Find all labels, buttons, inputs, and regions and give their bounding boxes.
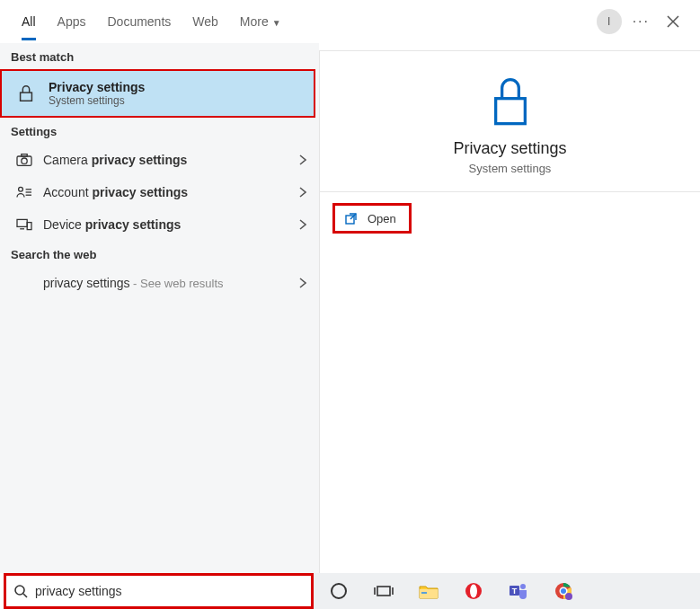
result-label: Device privacy settings bbox=[43, 217, 299, 232]
chevron-right-icon bbox=[299, 187, 306, 198]
web-result-label: privacy settings - See web results bbox=[43, 276, 299, 290]
tab-apps[interactable]: Apps bbox=[50, 4, 93, 40]
taskbar: T bbox=[314, 573, 700, 609]
tab-documents[interactable]: Documents bbox=[100, 4, 178, 40]
section-best-match: Best match bbox=[0, 43, 319, 69]
lock-icon bbox=[14, 84, 38, 103]
svg-point-29 bbox=[565, 593, 572, 600]
svg-rect-8 bbox=[17, 219, 27, 226]
tab-web[interactable]: Web bbox=[185, 4, 226, 40]
devices-icon bbox=[13, 217, 36, 232]
preview-panel: Privacy settings System settings Open bbox=[319, 50, 700, 573]
svg-point-13 bbox=[15, 586, 24, 595]
chevron-right-icon bbox=[299, 154, 306, 165]
search-input[interactable] bbox=[35, 584, 304, 598]
open-button[interactable]: Open bbox=[332, 203, 412, 234]
svg-rect-0 bbox=[21, 93, 32, 101]
chevron-right-icon bbox=[299, 278, 306, 288]
svg-point-4 bbox=[19, 187, 23, 191]
open-icon bbox=[344, 211, 359, 225]
user-avatar[interactable]: I bbox=[597, 9, 622, 34]
svg-point-22 bbox=[470, 585, 477, 598]
svg-line-14 bbox=[23, 594, 27, 597]
svg-rect-10 bbox=[27, 223, 31, 230]
svg-point-15 bbox=[332, 584, 346, 598]
svg-text:T: T bbox=[512, 587, 518, 596]
account-icon bbox=[13, 185, 36, 199]
svg-rect-20 bbox=[421, 592, 427, 594]
tab-more[interactable]: More▼ bbox=[233, 4, 288, 40]
main-area: Best match Privacy settings System setti… bbox=[0, 43, 700, 573]
svg-point-28 bbox=[561, 588, 566, 594]
taskbar-taskview-icon[interactable] bbox=[373, 580, 394, 602]
result-label: Camera privacy settings bbox=[43, 153, 299, 167]
svg-rect-16 bbox=[377, 587, 390, 596]
result-device-privacy[interactable]: Device privacy settings bbox=[0, 208, 319, 241]
camera-icon bbox=[13, 153, 36, 167]
more-options-button[interactable]: ··· bbox=[633, 13, 650, 30]
preview-subtitle: System settings bbox=[469, 162, 552, 175]
bottom-bar: T bbox=[0, 573, 700, 609]
svg-rect-11 bbox=[495, 99, 525, 124]
preview-title: Privacy settings bbox=[453, 139, 566, 158]
close-button[interactable] bbox=[660, 15, 686, 28]
result-account-privacy[interactable]: Account privacy settings bbox=[0, 176, 319, 208]
lock-icon bbox=[485, 73, 536, 128]
best-match-title: Privacy settings bbox=[49, 80, 145, 94]
svg-rect-3 bbox=[22, 154, 27, 156]
search-box[interactable] bbox=[4, 573, 314, 609]
taskbar-opera-icon[interactable] bbox=[463, 580, 484, 602]
top-right-controls: I ··· bbox=[597, 9, 693, 34]
search-icon bbox=[13, 584, 28, 598]
preview-header: Privacy settings System settings bbox=[320, 51, 700, 192]
tab-more-label: More bbox=[240, 14, 269, 29]
taskbar-teams-icon[interactable]: T bbox=[508, 580, 529, 602]
tab-all[interactable]: All bbox=[14, 4, 43, 40]
svg-point-2 bbox=[22, 158, 27, 163]
tabs: All Apps Documents Web More▼ bbox=[7, 4, 288, 40]
result-camera-privacy[interactable]: Camera privacy settings bbox=[0, 144, 319, 176]
results-panel: Best match Privacy settings System setti… bbox=[0, 43, 319, 573]
chevron-right-icon bbox=[299, 219, 306, 230]
taskbar-explorer-icon[interactable] bbox=[418, 580, 439, 602]
open-label: Open bbox=[368, 212, 396, 225]
section-search-web: Search the web bbox=[0, 241, 319, 267]
best-match-text: Privacy settings System settings bbox=[49, 80, 145, 107]
close-icon bbox=[667, 15, 679, 28]
taskbar-cortana-icon[interactable] bbox=[328, 580, 350, 602]
result-web-search[interactable]: privacy settings - See web results bbox=[0, 267, 319, 299]
best-match-subtitle: System settings bbox=[49, 94, 145, 107]
result-label: Account privacy settings bbox=[43, 185, 299, 199]
result-best-match[interactable]: Privacy settings System settings bbox=[0, 69, 315, 118]
section-settings: Settings bbox=[0, 118, 319, 144]
svg-point-25 bbox=[520, 584, 526, 589]
search-tab-bar: All Apps Documents Web More▼ I ··· bbox=[0, 0, 700, 43]
chevron-down-icon: ▼ bbox=[272, 18, 281, 28]
taskbar-chrome-icon[interactable] bbox=[553, 580, 574, 602]
